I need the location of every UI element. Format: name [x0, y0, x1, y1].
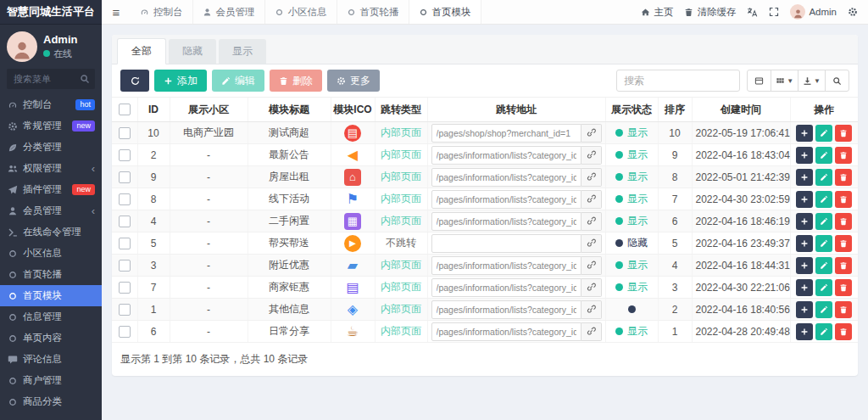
link-icon[interactable] — [581, 234, 602, 253]
jump-url-input[interactable] — [431, 300, 581, 319]
sidebar-item[interactable]: 商户管理 — [0, 370, 102, 391]
link-icon[interactable] — [581, 256, 602, 275]
filter-tab[interactable]: 全部 — [117, 38, 166, 64]
jump-type-link[interactable]: 内部页面 — [381, 193, 421, 204]
jump-url-input[interactable] — [431, 168, 581, 187]
row-delete-button[interactable] — [835, 191, 852, 208]
link-icon[interactable] — [581, 212, 602, 231]
link-icon[interactable] — [581, 124, 602, 143]
link-icon[interactable] — [581, 168, 602, 187]
link-icon[interactable] — [581, 278, 602, 297]
table-search-input[interactable] — [616, 70, 740, 92]
row-add-button[interactable] — [796, 125, 813, 142]
nav-tab[interactable]: 首页模块 — [409, 0, 481, 24]
row-edit-button[interactable] — [815, 169, 832, 186]
status-badge[interactable]: 显示 — [615, 324, 648, 339]
row-checkbox[interactable] — [119, 171, 131, 183]
add-button[interactable]: 添加 — [154, 70, 207, 92]
row-edit-button[interactable] — [815, 323, 832, 340]
row-edit-button[interactable] — [815, 301, 832, 318]
link-icon[interactable] — [581, 300, 602, 319]
sidebar-item[interactable]: 首页模块 — [0, 285, 102, 306]
sidebar-item[interactable]: 会员管理‹ — [0, 200, 102, 221]
row-delete-button[interactable] — [835, 323, 852, 340]
row-delete-button[interactable] — [835, 257, 852, 274]
row-delete-button[interactable] — [835, 125, 852, 142]
row-delete-button[interactable] — [835, 169, 852, 186]
jump-url-input[interactable] — [431, 234, 581, 253]
jump-url-input[interactable] — [431, 190, 581, 209]
row-checkbox[interactable] — [119, 127, 131, 139]
row-edit-button[interactable] — [815, 125, 832, 142]
nav-tab[interactable]: 控制台 — [131, 0, 193, 24]
jump-type-link[interactable]: 内部页面 — [381, 325, 421, 337]
row-checkbox[interactable] — [119, 260, 131, 272]
sidebar-item[interactable]: 控制台hot — [0, 94, 102, 115]
admin-menu[interactable]: Admin — [790, 4, 837, 20]
jump-type-link[interactable]: 内部页面 — [381, 126, 421, 138]
status-badge[interactable]: 显示 — [615, 148, 648, 162]
hamburger-icon[interactable]: ≡ — [102, 0, 131, 24]
clear-cache-link[interactable]: 清除缓存 — [684, 6, 736, 19]
sidebar-item[interactable]: 评论信息 — [0, 349, 102, 370]
row-edit-button[interactable] — [815, 147, 832, 164]
status-badge[interactable]: 隐藏 — [615, 236, 648, 250]
row-checkbox[interactable] — [119, 193, 131, 205]
status-badge[interactable]: 显示 — [615, 258, 648, 272]
jump-type-link[interactable]: 内部页面 — [381, 259, 421, 271]
sidebar-item[interactable]: 分类管理 — [0, 137, 102, 158]
row-delete-button[interactable] — [835, 213, 852, 230]
sidebar-item[interactable]: 在线命令管理 — [0, 221, 102, 243]
search-toggle-button[interactable] — [825, 70, 849, 92]
link-icon[interactable] — [581, 146, 602, 165]
jump-type-link[interactable]: 内部页面 — [381, 148, 421, 160]
status-badge[interactable]: 显示 — [615, 170, 648, 184]
jump-type-link[interactable]: 不跳转 — [386, 237, 416, 249]
row-add-button[interactable] — [796, 323, 813, 340]
row-checkbox[interactable] — [119, 216, 131, 227]
delete-button[interactable]: 删除 — [270, 70, 322, 92]
row-delete-button[interactable] — [835, 301, 852, 318]
sidebar-item[interactable]: 信息管理 — [0, 306, 102, 328]
jump-type-link[interactable]: 内部页面 — [381, 215, 421, 227]
jump-url-input[interactable] — [431, 278, 581, 297]
row-checkbox[interactable] — [119, 149, 131, 161]
refresh-button[interactable] — [120, 70, 149, 92]
sidebar-item[interactable]: 权限管理‹ — [0, 158, 102, 179]
row-checkbox[interactable] — [119, 326, 131, 338]
row-checkbox[interactable] — [119, 282, 131, 294]
row-checkbox[interactable] — [119, 238, 131, 249]
sidebar-item[interactable]: 商品分类 — [0, 391, 102, 412]
row-add-button[interactable] — [796, 213, 813, 230]
filter-tab[interactable]: 隐藏 — [169, 39, 216, 64]
row-delete-button[interactable] — [835, 147, 852, 164]
row-add-button[interactable] — [796, 235, 813, 252]
link-icon[interactable] — [581, 322, 602, 341]
row-edit-button[interactable] — [815, 191, 832, 208]
jump-url-input[interactable] — [431, 256, 581, 275]
gear-icon[interactable] — [848, 7, 858, 17]
sidebar-item[interactable]: 插件管理new — [0, 179, 102, 200]
fullscreen-icon[interactable] — [769, 7, 779, 17]
jump-type-link[interactable]: 内部页面 — [381, 171, 421, 182]
row-edit-button[interactable] — [815, 235, 832, 252]
row-add-button[interactable] — [796, 279, 813, 296]
jump-url-input[interactable] — [431, 146, 581, 165]
columns-button[interactable]: ▼ — [771, 70, 798, 92]
jump-type-link[interactable]: 内部页面 — [381, 303, 421, 315]
status-badge[interactable]: 显示 — [615, 126, 648, 140]
row-delete-button[interactable] — [835, 235, 852, 252]
status-badge[interactable]: 显示 — [615, 192, 648, 206]
row-edit-button[interactable] — [815, 213, 832, 230]
nav-tab[interactable]: 会员管理 — [193, 0, 265, 24]
link-icon[interactable] — [581, 190, 602, 209]
row-add-button[interactable] — [796, 147, 813, 164]
status-badge[interactable]: 显示 — [615, 214, 648, 228]
export-button[interactable]: ▼ — [798, 70, 826, 92]
nav-tab[interactable]: 小区信息 — [265, 0, 337, 24]
jump-type-link[interactable]: 内部页面 — [381, 281, 421, 293]
row-add-button[interactable] — [796, 301, 813, 318]
row-edit-button[interactable] — [815, 279, 832, 296]
jump-url-input[interactable] — [431, 212, 581, 231]
filter-tab[interactable]: 显示 — [219, 39, 266, 64]
